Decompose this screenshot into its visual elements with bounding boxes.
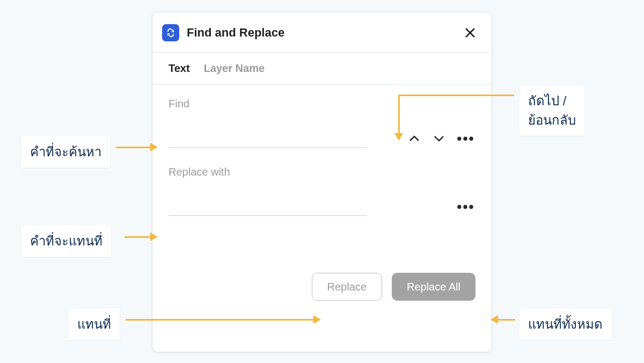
dialog-body: Find ••• — [152, 85, 492, 247]
annotation-find-input: คำที่จะค้นหา — [21, 136, 110, 168]
find-label: Find — [169, 98, 475, 110]
tabs-container: Text Layer Name — [152, 53, 492, 85]
prev-button[interactable] — [407, 131, 422, 146]
find-replace-icon — [162, 24, 179, 41]
dialog-title: Find and Replace — [187, 26, 463, 40]
replace-row: ••• — [169, 198, 475, 216]
close-button[interactable] — [463, 25, 478, 40]
annotation-replace-input: คำที่จะแทนที่ — [21, 225, 111, 257]
ellipsis-icon: ••• — [457, 199, 474, 215]
annotation-replace-btn: แทนที่ — [69, 308, 120, 340]
close-icon — [464, 27, 476, 39]
find-more-button[interactable]: ••• — [456, 131, 475, 146]
tab-layer-name[interactable]: Layer Name — [204, 62, 265, 75]
next-button[interactable] — [431, 131, 447, 146]
replace-label: Replace with — [169, 166, 475, 178]
chevron-up-icon — [409, 135, 420, 142]
ellipsis-icon: ••• — [457, 130, 474, 147]
annotation-replace-all-btn: แทนที่ทั้งหมด — [519, 308, 611, 340]
find-row: ••• — [169, 129, 475, 148]
find-input[interactable] — [169, 129, 367, 148]
annotation-nav-buttons: ถัดไป / ย้อนกลับ — [519, 86, 584, 135]
dialog-footer: Replace Replace All — [152, 273, 492, 317]
find-field-group: Find ••• — [169, 98, 475, 148]
dialog-header: Find and Replace — [152, 12, 492, 53]
replace-field-group: Replace with ••• — [169, 166, 475, 216]
find-controls: ••• — [407, 131, 475, 146]
tab-text[interactable]: Text — [169, 62, 190, 75]
replace-more-button[interactable]: ••• — [456, 199, 475, 214]
replace-input[interactable] — [169, 198, 367, 216]
chevron-down-icon — [434, 135, 444, 142]
find-replace-dialog: Find and Replace Text Layer Name Find — [152, 12, 492, 352]
replace-controls: ••• — [456, 199, 475, 214]
replace-all-button[interactable]: Replace All — [392, 273, 475, 301]
replace-button[interactable]: Replace — [312, 273, 382, 301]
